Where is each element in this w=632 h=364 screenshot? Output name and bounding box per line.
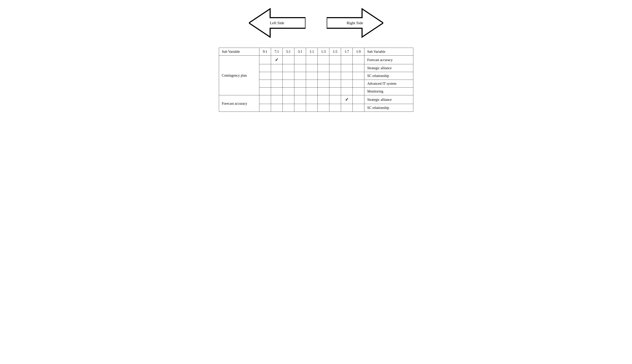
cell-r2-c3 xyxy=(283,64,294,72)
cell-r5-c3 xyxy=(283,88,294,95)
cell-r4-c4 xyxy=(294,80,306,88)
header-sub-variable-right: Sub Variable xyxy=(364,48,413,56)
header-ratio-9-1: 9:1 xyxy=(259,48,271,56)
cell-r6-c6 xyxy=(318,95,329,104)
header-ratio-1-9: 1:9 xyxy=(353,48,364,56)
cell-r4-c1 xyxy=(259,80,271,88)
right-arrow-container: Right Side xyxy=(327,7,383,39)
cell-r3-c1 xyxy=(259,72,271,80)
header-ratio-1-1: 1:1 xyxy=(306,48,318,56)
cell-r1-c3 xyxy=(283,56,294,64)
cell-r4-c3 xyxy=(283,80,294,88)
cell-r2-c7 xyxy=(329,64,341,72)
cell-r7-c7 xyxy=(329,104,341,112)
cell-r6-c4 xyxy=(294,95,306,104)
header-ratio-7-1: 7:1 xyxy=(271,48,283,56)
cell-r4-c8 xyxy=(341,80,353,88)
checkmark-contingency-forecast: ✓ xyxy=(275,58,278,62)
cell-r5-c7 xyxy=(329,88,341,95)
cell-r7-c3 xyxy=(283,104,294,112)
header-ratio-5-1: 5:1 xyxy=(283,48,294,56)
cell-r2-c1 xyxy=(259,64,271,72)
comparison-table-section: Sub Variable 9:1 7:1 5:1 3:1 1:1 1:3 1:5… xyxy=(219,48,413,112)
cell-r1-c9 xyxy=(353,56,364,64)
cell-r3-c8 xyxy=(341,72,353,80)
arrows-section: Left Side Right Side xyxy=(219,7,413,39)
cell-r3-c7 xyxy=(329,72,341,80)
header-ratio-1-5: 1:5 xyxy=(329,48,341,56)
cell-r1-c5 xyxy=(306,56,318,64)
cell-r6-c1 xyxy=(259,95,271,104)
cell-r3-c3 xyxy=(283,72,294,80)
cell-r7-c4 xyxy=(294,104,306,112)
checkmark-forecast-strategic: ✓ xyxy=(345,97,349,102)
left-arrow-container: Left Side xyxy=(249,7,305,39)
cell-r5-c6 xyxy=(318,88,329,95)
cell-r1-c8 xyxy=(341,56,353,64)
cell-r6-c3 xyxy=(283,95,294,104)
header-sub-variable-left: Sub Variable xyxy=(219,48,259,56)
header-ratio-1-3: 1:3 xyxy=(318,48,329,56)
cell-r3-c6 xyxy=(318,72,329,80)
cell-r5-c4 xyxy=(294,88,306,95)
cell-r7-c5 xyxy=(306,104,318,112)
cell-r5-c1 xyxy=(259,88,271,95)
cell-r3-c9 xyxy=(353,72,364,80)
cell-r4-c5 xyxy=(306,80,318,88)
cell-r4-c6 xyxy=(318,80,329,88)
cell-r6-c2 xyxy=(271,95,283,104)
right-label-monitoring: Monitoring xyxy=(364,88,413,95)
cell-r6-c5 xyxy=(306,95,318,104)
cell-r4-c2 xyxy=(271,80,283,88)
cell-r1-c4 xyxy=(294,56,306,64)
cell-r5-c2 xyxy=(271,88,283,95)
cell-r1-c1 xyxy=(259,56,271,64)
cell-r6-c7 xyxy=(329,95,341,104)
cell-r7-c6 xyxy=(318,104,329,112)
left-arrow-label: Left Side xyxy=(270,21,284,25)
comparison-table: Sub Variable 9:1 7:1 5:1 3:1 1:1 1:3 1:5… xyxy=(219,48,413,112)
right-arrow-label: Right Side xyxy=(347,21,363,25)
row-label-contingency-plan: Contingency plan xyxy=(219,56,259,95)
right-label-strategic-alliance-1: Strategic alliance xyxy=(364,64,413,72)
cell-r3-c2 xyxy=(271,72,283,80)
cell-r3-c5 xyxy=(306,72,318,80)
cell-r1-c6 xyxy=(318,56,329,64)
header-ratio-1-7: 1:7 xyxy=(341,48,353,56)
cell-r7-c9 xyxy=(353,104,364,112)
cell-r2-c9 xyxy=(353,64,364,72)
right-label-advanced-it-system: Advanced IT system xyxy=(364,80,413,88)
cell-r5-c9 xyxy=(353,88,364,95)
cell-r1-c7 xyxy=(329,56,341,64)
cell-r7-c8 xyxy=(341,104,353,112)
cell-r2-c6 xyxy=(318,64,329,72)
table-header-row: Sub Variable 9:1 7:1 5:1 3:1 1:1 1:3 1:5… xyxy=(219,48,413,56)
cell-r2-c5 xyxy=(306,64,318,72)
cell-r2-c8 xyxy=(341,64,353,72)
cell-r6-c8: ✓ xyxy=(341,95,353,104)
header-ratio-3-1: 3:1 xyxy=(294,48,306,56)
cell-r7-c2 xyxy=(271,104,283,112)
right-label-forecast-accuracy: Forecast accuracy xyxy=(364,56,413,64)
cell-r2-c4 xyxy=(294,64,306,72)
cell-r1-c2: ✓ xyxy=(271,56,283,64)
table-row: Forecast accuracy ✓ Strategic alliance xyxy=(219,95,413,104)
table-row: Contingency plan ✓ Forecast accuracy xyxy=(219,56,413,64)
cell-r4-c9 xyxy=(353,80,364,88)
cell-r3-c4 xyxy=(294,72,306,80)
cell-r6-c9 xyxy=(353,95,364,104)
right-label-sc-relationship-1: SC relationship xyxy=(364,72,413,80)
row-label-forecast-accuracy: Forecast accuracy xyxy=(219,95,259,112)
cell-r2-c2 xyxy=(271,64,283,72)
right-label-strategic-alliance-2: Strategic alliance xyxy=(364,95,413,104)
cell-r4-c7 xyxy=(329,80,341,88)
cell-r7-c1 xyxy=(259,104,271,112)
cell-r5-c8 xyxy=(341,88,353,95)
right-label-sc-relationship-2: SC relationship xyxy=(364,104,413,112)
cell-r5-c5 xyxy=(306,88,318,95)
